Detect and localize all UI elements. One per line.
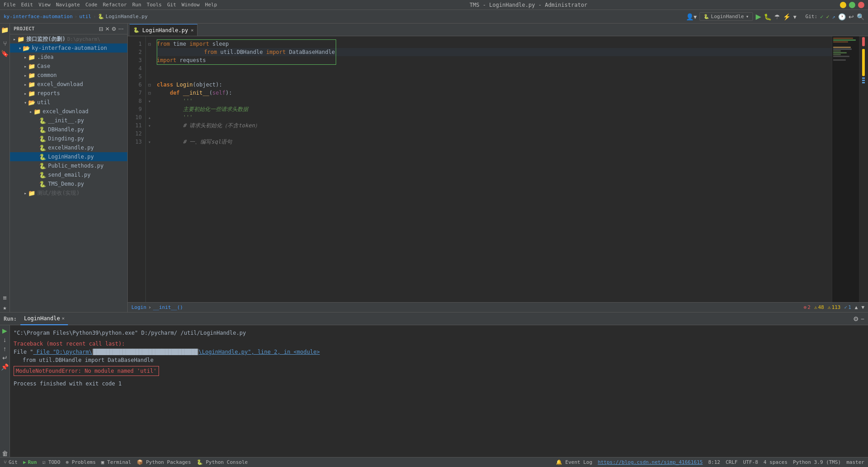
event-log-icon: 🔔 [556, 459, 562, 465]
menu-file[interactable]: File [4, 2, 16, 8]
profile-run-button[interactable]: ⚡ [783, 13, 791, 20]
menu-view[interactable]: View [39, 2, 51, 8]
activity-commit-icon[interactable]: ⑂ [0, 39, 10, 48]
git-revert-button[interactable]: ↩ [849, 13, 854, 20]
status-problems-btn[interactable]: ⊗ Problems [66, 459, 96, 465]
sidebar-item-case[interactable]: ▸ 📁 Case [10, 62, 127, 71]
event-log-link[interactable]: 🔔 Event Log [556, 459, 592, 465]
gutter-fold-11[interactable]: ▾ [146, 121, 153, 130]
menu-refactor[interactable]: Refactor [103, 2, 127, 8]
activity-project-icon[interactable]: 📁 [0, 25, 10, 34]
status-run-btn[interactable]: ▶ Run [23, 459, 37, 465]
gutter-fold-13[interactable]: ▾ [146, 138, 153, 146]
run-tab-loginhandle[interactable]: LoginHandle ✕ [20, 313, 68, 325]
excel-arrow-icon: ▸ [23, 82, 28, 87]
menu-navigate[interactable]: Navigate [56, 2, 80, 8]
info-count[interactable]: ⚠ 113 [828, 304, 841, 310]
sidebar-item-common[interactable]: ▸ 📁 common [10, 71, 127, 80]
sidebar-item-root[interactable]: ▸ 📁 接口监控(勿删) D:\pycharm\ [10, 34, 127, 43]
debug-button[interactable]: 🐛 [764, 13, 772, 20]
status-url[interactable]: https://blog.csdn.net/simp_41661615 [598, 459, 703, 465]
menu-tools[interactable]: Tools [147, 2, 162, 8]
sidebar-item-send-email[interactable]: 🐍 send_email.py [10, 170, 127, 179]
editor-gutter: ⊟ ⊟ ⊟ ▾ ▴ ▾ ▾ [146, 36, 153, 302]
tab-loginhandle[interactable]: 🐍 LoginHandle.py ✕ [130, 24, 198, 36]
activity-favorites-icon[interactable]: ★ [0, 303, 10, 312]
sidebar-hide-btn[interactable]: ✕ [105, 26, 110, 32]
breadcrumb-login[interactable]: Login [131, 304, 146, 310]
status-indent[interactable]: 4 spaces [763, 459, 787, 465]
menu-edit[interactable]: Edit [21, 2, 34, 8]
status-terminal-btn[interactable]: ▣ Terminal [101, 459, 131, 465]
run-file-suffix[interactable]: \LoginHandle.py", line 2, in <module> [199, 349, 320, 355]
menu-help[interactable]: Help [205, 2, 217, 8]
sidebar-item-idea[interactable]: ▸ 📁 .idea [10, 53, 127, 62]
sidebar-item-dingding[interactable]: 🐍 Dingding.py [10, 134, 127, 143]
breadcrumb-project[interactable]: ky-interface-automation [4, 14, 72, 19]
sidebar-item-excelhandle[interactable]: 🐍 excelHandle.py [10, 143, 127, 152]
git-push-icon[interactable]: ↗ [832, 14, 835, 20]
sidebar-item-more[interactable]: ▸ 📁 测试/接收(实现) [10, 188, 127, 197]
activity-structure-icon[interactable]: ≡ [0, 293, 10, 302]
run-panel-settings-btn[interactable]: ⚙ [853, 315, 859, 323]
tab-close-icon[interactable]: ✕ [191, 28, 193, 33]
run-panel-hide-btn[interactable]: − [861, 315, 864, 323]
run-config-selector[interactable]: 🐍 LoginHandle ▾ [699, 12, 752, 21]
run-restart-btn[interactable]: ▶ [2, 327, 7, 334]
run-pin-btn[interactable]: 📌 [1, 363, 9, 371]
menu-git[interactable]: Git [167, 2, 176, 8]
run-clear-btn[interactable]: 🗑 [2, 450, 8, 457]
sidebar-item-excel-download[interactable]: ▸ 📁 excel_download [10, 80, 127, 89]
error-count[interactable]: ⊗ 2 [804, 304, 810, 310]
run-tab-close-icon[interactable]: ✕ [62, 316, 64, 321]
status-python-packages-btn[interactable]: 📦 Python Packages [137, 459, 191, 465]
sidebar-item-dbhandle[interactable]: 🐍 DBHandle.py [10, 125, 127, 134]
run-scroll-down-btn[interactable]: ↓ [3, 336, 6, 343]
status-git-btn[interactable]: ⑂ Git [4, 459, 18, 465]
profile-button[interactable]: 👤▾ [686, 13, 697, 20]
run-file-link[interactable]: File "D:\pycharm\ [33, 349, 92, 355]
gutter-fold-6[interactable]: ⊟ [146, 81, 153, 89]
more-run-button[interactable]: ▾ [793, 13, 796, 20]
sidebar-collapse-all-btn[interactable]: ⊟ [99, 26, 103, 32]
status-python-console-btn[interactable]: 🐍 Python Console [197, 459, 248, 465]
search-button[interactable]: 🔍 [857, 13, 864, 20]
menu-code[interactable]: Code [85, 2, 97, 8]
breadcrumb-util[interactable]: util [79, 14, 92, 19]
gutter-fold-7[interactable]: ⊟ [146, 89, 153, 97]
minimize-button[interactable]: − [840, 2, 846, 8]
sidebar-item-reports[interactable]: ▸ 📁 reports [10, 89, 127, 98]
maximize-button[interactable]: □ [849, 2, 855, 8]
sidebar-item-util[interactable]: ▾ 📂 util [10, 98, 127, 107]
coverage-button[interactable]: ☂ [774, 13, 780, 20]
close-button[interactable]: × [858, 2, 864, 8]
sidebar-item-init[interactable]: 🐍 __init__.py [10, 116, 127, 125]
sidebar-item-excel-download2[interactable]: ▸ 📁 excel_download [10, 107, 127, 116]
code-editor[interactable]: from time import sleep from util.DBHandl… [153, 36, 832, 302]
info-icon: ⚠ [828, 304, 831, 310]
collapse-btn[interactable]: ▼ [861, 304, 864, 310]
sidebar-gear-btn[interactable]: ⚙ [111, 26, 116, 32]
run-wrap-btn[interactable]: ↵ [2, 354, 8, 361]
git-history-button[interactable]: 🕐 [838, 13, 846, 20]
status-encoding[interactable]: UTF-8 [743, 459, 758, 465]
status-todo-btn[interactable]: ☑ TODO [42, 459, 60, 465]
warning-count[interactable]: ⚠ 48 [814, 304, 824, 310]
menu-window[interactable]: Window [182, 2, 200, 8]
breadcrumb-init[interactable]: __init__() [153, 304, 183, 310]
sidebar-item-ky-interface-automation[interactable]: ▾ 📂 ky-interface-automation [10, 43, 127, 53]
run-button[interactable]: ▶ [756, 12, 761, 21]
sidebar-item-loginhandle[interactable]: 🐍 LoginHandle.py [10, 152, 127, 161]
sidebar-item-tms-demo[interactable]: 🐍 TMS_Demo.py [10, 179, 127, 188]
gutter-fold-1[interactable]: ⊟ [146, 40, 153, 48]
status-python-version[interactable]: Python 3.9 (TMS) [793, 459, 841, 465]
status-branch[interactable]: master [846, 459, 864, 465]
sidebar-item-public-methods[interactable]: 🐍 Public_methods.py [10, 161, 127, 170]
menu-run[interactable]: Run [132, 2, 141, 8]
run-scroll-up-btn[interactable]: ↑ [3, 345, 6, 352]
sidebar-more-btn[interactable]: ⋯ [118, 26, 124, 32]
activity-bookmark-icon[interactable]: 🔖 [0, 49, 10, 58]
expand-btn[interactable]: ▲ [855, 304, 858, 310]
status-line-ending[interactable]: CRLF [726, 459, 738, 465]
status-position[interactable]: 8:12 [708, 459, 720, 465]
